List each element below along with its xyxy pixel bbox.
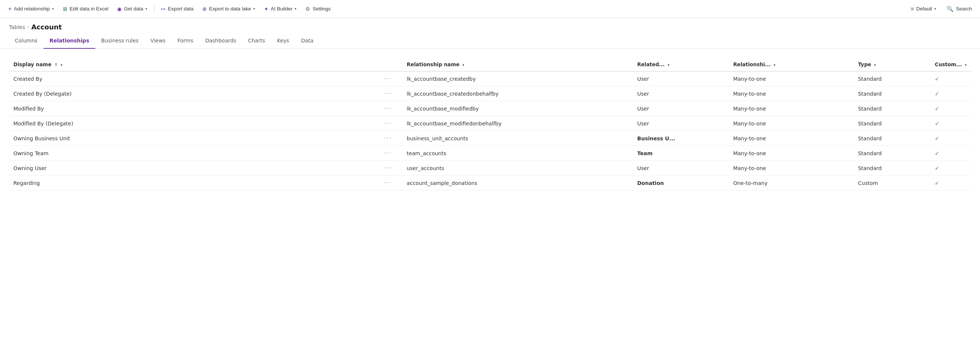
row-menu-icon[interactable]: ··· bbox=[382, 179, 394, 187]
cell-type: Standard bbox=[854, 101, 931, 116]
tabs-container: Columns Relationships Business rules Vie… bbox=[0, 33, 980, 49]
settings-icon: ⚙ bbox=[305, 6, 310, 12]
relationships-table-container: Display name ↑ ▾ Relationship name ▾ Rel… bbox=[0, 49, 980, 190]
add-relationship-button[interactable]: + Add relationship ▾ bbox=[5, 3, 58, 14]
row-menu-icon[interactable]: ··· bbox=[382, 149, 394, 157]
export-lake-button[interactable]: ⊕ Export to data lake ▾ bbox=[199, 4, 259, 14]
add-relationship-label: Add relationship bbox=[14, 6, 50, 11]
cell-relationship-name: lk_accountbase_modifiedby bbox=[402, 101, 633, 116]
checkmark-icon: ✓ bbox=[935, 91, 939, 97]
tab-forms[interactable]: Forms bbox=[172, 33, 199, 49]
cell-display-name: Regarding bbox=[9, 176, 374, 190]
cell-relationship-name: account_sample_donations bbox=[402, 176, 633, 190]
col-header-display-name[interactable]: Display name ↑ ▾ bbox=[9, 58, 374, 72]
cell-related: User bbox=[633, 86, 729, 101]
cell-relationship-name: lk_accountbase_createdonbehalfby bbox=[402, 86, 633, 101]
cell-custom: ✓ bbox=[931, 101, 972, 116]
cell-type: Standard bbox=[854, 86, 931, 101]
cell-custom: ✓ bbox=[931, 131, 972, 146]
breadcrumb: Tables › Account bbox=[0, 18, 980, 33]
col-header-type[interactable]: Type ▾ bbox=[854, 58, 931, 72]
edit-excel-button[interactable]: ⊞ Edit data in Excel bbox=[59, 4, 112, 14]
row-menu-icon[interactable]: ··· bbox=[382, 119, 394, 128]
cell-related: User bbox=[633, 72, 729, 86]
cell-display-name: Created By (Delegate) bbox=[9, 86, 374, 101]
cell-custom: ✓ bbox=[931, 161, 972, 176]
related-filter-icon: ▾ bbox=[668, 63, 670, 67]
cell-type: Standard bbox=[854, 131, 931, 146]
cell-relationship-type: One-to-many bbox=[729, 176, 854, 190]
search-label: Search bbox=[956, 6, 972, 11]
cell-relationship-type: Many-to-one bbox=[729, 131, 854, 146]
table-row: Owning User ··· user_accounts User Many-… bbox=[9, 161, 971, 176]
sort-asc-icon: ↑ bbox=[54, 62, 58, 67]
cell-related: Business U... bbox=[633, 131, 729, 146]
cell-custom: ✓ bbox=[931, 176, 972, 190]
cell-relationship-name: business_unit_accounts bbox=[402, 131, 633, 146]
ai-builder-chevron-icon: ▾ bbox=[294, 7, 296, 11]
toolbar-divider-1 bbox=[154, 5, 154, 13]
export-data-button[interactable]: ↦ Export data bbox=[158, 4, 197, 14]
cell-display-name: Owning Team bbox=[9, 146, 374, 161]
row-menu-icon[interactable]: ··· bbox=[382, 134, 394, 142]
cell-related: Team bbox=[633, 146, 729, 161]
cell-menu: ··· bbox=[374, 176, 402, 190]
tab-business-rules[interactable]: Business rules bbox=[95, 33, 145, 49]
cell-relationship-type: Many-to-one bbox=[729, 101, 854, 116]
row-menu-icon[interactable]: ··· bbox=[382, 74, 394, 83]
tab-dashboards[interactable]: Dashboards bbox=[199, 33, 242, 49]
table-row: Modified By ··· lk_accountbase_modifiedb… bbox=[9, 101, 971, 116]
cell-custom: ✓ bbox=[931, 72, 972, 86]
ai-icon: ✦ bbox=[264, 6, 269, 12]
tab-keys[interactable]: Keys bbox=[271, 33, 295, 49]
tab-columns[interactable]: Columns bbox=[9, 33, 43, 49]
cell-type: Custom bbox=[854, 176, 931, 190]
ai-builder-button[interactable]: ✦ AI Builder ▾ bbox=[260, 4, 301, 14]
toolbar: + Add relationship ▾ ⊞ Edit data in Exce… bbox=[0, 0, 980, 18]
col-header-custom[interactable]: Custom... ▾ bbox=[931, 58, 972, 72]
toolbar-right: ≡ Default ▾ 🔍 Search bbox=[907, 3, 975, 14]
row-menu-icon[interactable]: ··· bbox=[382, 90, 394, 98]
col-header-related[interactable]: Related... ▾ bbox=[633, 58, 729, 72]
settings-button[interactable]: ⚙ Settings bbox=[302, 4, 334, 14]
export-icon: ↦ bbox=[161, 6, 165, 12]
cell-menu: ··· bbox=[374, 131, 402, 146]
default-button[interactable]: ≡ Default ▾ bbox=[907, 3, 940, 14]
tab-data[interactable]: Data bbox=[295, 33, 319, 49]
row-menu-icon[interactable]: ··· bbox=[382, 104, 394, 113]
row-menu-icon[interactable]: ··· bbox=[382, 164, 394, 172]
col-header-relationship-type[interactable]: Relationshi... ▾ bbox=[729, 58, 854, 72]
tab-charts[interactable]: Charts bbox=[242, 33, 271, 49]
search-button[interactable]: 🔍 Search bbox=[943, 3, 975, 14]
col-header-relationship-name[interactable]: Relationship name ▾ bbox=[402, 58, 633, 72]
checkmark-icon: ✓ bbox=[935, 76, 939, 82]
table-row: Created By ··· lk_accountbase_createdby … bbox=[9, 72, 971, 86]
cell-menu: ··· bbox=[374, 86, 402, 101]
get-data-button[interactable]: ◉ Get data ▾ bbox=[113, 4, 151, 14]
add-relationship-chevron-icon: ▾ bbox=[52, 7, 54, 11]
cell-menu: ··· bbox=[374, 161, 402, 176]
breadcrumb-tables-link[interactable]: Tables bbox=[9, 24, 25, 30]
tab-relationships[interactable]: Relationships bbox=[43, 33, 95, 49]
get-data-label: Get data bbox=[124, 6, 143, 11]
col-header-actions bbox=[374, 58, 402, 72]
relationship-type-filter-icon: ▾ bbox=[773, 63, 775, 67]
lake-icon: ⊕ bbox=[202, 6, 207, 12]
table-row: Owning Team ··· team_accounts Team Many-… bbox=[9, 146, 971, 161]
get-data-chevron-icon: ▾ bbox=[145, 7, 147, 11]
cell-related: Donation bbox=[633, 176, 729, 190]
cell-custom: ✓ bbox=[931, 86, 972, 101]
custom-filter-icon: ▾ bbox=[965, 63, 967, 67]
cell-display-name: Created By bbox=[9, 72, 374, 86]
cell-display-name: Owning User bbox=[9, 161, 374, 176]
table-header-row: Display name ↑ ▾ Relationship name ▾ Rel… bbox=[9, 58, 971, 72]
cell-related: User bbox=[633, 101, 729, 116]
cell-relationship-name: lk_accountbase_createdby bbox=[402, 72, 633, 86]
default-chevron-icon: ▾ bbox=[934, 7, 936, 11]
tab-views[interactable]: Views bbox=[145, 33, 172, 49]
checkmark-icon: ✓ bbox=[935, 165, 939, 171]
cell-menu: ··· bbox=[374, 72, 402, 86]
breadcrumb-separator: › bbox=[27, 24, 29, 30]
table-row: Regarding ··· account_sample_donations D… bbox=[9, 176, 971, 190]
plus-icon: + bbox=[8, 6, 11, 12]
